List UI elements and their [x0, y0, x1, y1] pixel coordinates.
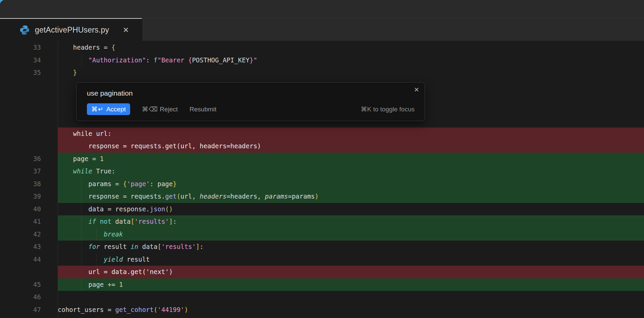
code-token: f	[154, 56, 157, 64]
code-text[interactable]: while url:	[58, 127, 644, 140]
code-text[interactable]: "Authorization": f"Bearer {POSTHOG_API_K…	[58, 54, 644, 67]
code-token: "Authorization"	[89, 56, 146, 64]
indent-guide	[81, 278, 82, 291]
line-number: 33	[0, 41, 58, 54]
code-line[interactable]: 33 headers = {	[0, 41, 644, 54]
code-token: '44199'	[157, 306, 184, 313]
code-token: )	[315, 193, 319, 200]
code-token: (	[154, 306, 157, 313]
code-line[interactable]: 41 if not data['results']:	[0, 215, 644, 228]
code-line[interactable]: 34 "Authorization": f"Bearer {POSTHOG_AP…	[0, 54, 644, 67]
popup-actions: ⌘↵ Accept ⌘⌫ Reject Resubmit ⌘K to toggl…	[87, 103, 415, 115]
code-text[interactable]: yield result	[58, 253, 644, 266]
code-line[interactable]: 45 page += 1	[0, 278, 644, 291]
code-token: data	[142, 243, 158, 250]
code-token: ,	[192, 193, 200, 200]
indent-guide	[81, 253, 82, 266]
line-number: 45	[0, 278, 58, 291]
code-token: (	[177, 193, 180, 200]
indent-guide	[81, 54, 82, 67]
code-token: =	[226, 193, 230, 200]
code-line[interactable]: 37 while True:	[0, 165, 644, 178]
resubmit-button[interactable]: Resubmit	[190, 106, 216, 113]
code-token: page	[157, 180, 173, 188]
reject-label: Reject	[160, 106, 178, 113]
indent-guide	[97, 253, 97, 266]
code-token: :	[200, 243, 203, 250]
code-token: url = data.get('next')	[58, 268, 173, 275]
tab-getactivephusers[interactable]: getActivePHUsers.py ✕	[0, 18, 142, 41]
code-text[interactable]: page += 1	[58, 278, 644, 291]
code-token: )	[184, 306, 188, 313]
code-text[interactable]: data = response.json()	[58, 203, 644, 216]
code-line[interactable]: 46	[0, 291, 644, 304]
code-line[interactable]: 44 yield result	[0, 253, 644, 266]
line-number: 34	[0, 54, 58, 67]
code-editor[interactable]: 33 headers = {34 "Authorization": f"Bear…	[0, 41, 644, 318]
code-token: if	[89, 218, 100, 225]
code-token: :	[150, 180, 158, 188]
code-token: ]	[169, 218, 173, 225]
code-token: params	[58, 180, 115, 188]
code-token: )	[169, 205, 173, 213]
code-text[interactable]: if not data['results']:	[58, 215, 644, 228]
code-token	[58, 218, 89, 225]
reject-button[interactable]: ⌘⌫ Reject	[142, 105, 178, 113]
line-number	[0, 127, 58, 140]
code-text[interactable]: response = requests.get(url, headers=hea…	[58, 190, 644, 203]
accept-label: Accept	[106, 106, 126, 113]
code-line[interactable]: 42 break	[0, 228, 644, 241]
close-icon[interactable]: ✕	[414, 86, 419, 94]
indent-guide	[81, 215, 82, 228]
code-token: params	[265, 193, 288, 200]
code-text[interactable]: while True:	[58, 165, 644, 178]
code-text[interactable]: }	[58, 66, 644, 79]
code-token: headers	[230, 193, 257, 200]
code-token: while	[73, 167, 96, 175]
titlebar	[0, 0, 644, 18]
screen: getActivePHUsers.py ✕ 33 headers = {34 "…	[0, 0, 644, 318]
code-text[interactable]: for result in data['results']:	[58, 241, 644, 253]
code-token: params	[292, 193, 315, 200]
tab-close-icon[interactable]: ✕	[123, 26, 129, 34]
code-token: cohort_users	[58, 306, 108, 313]
code-text[interactable]: response = requests.get(url, headers=hea…	[58, 140, 644, 153]
indent-guide	[81, 190, 82, 203]
accept-button[interactable]: ⌘↵ Accept	[87, 103, 130, 115]
code-line[interactable]: url = data.get('next')	[0, 266, 644, 278]
code-text[interactable]: page = 1	[58, 153, 644, 165]
code-text[interactable]: break	[58, 228, 644, 241]
code-token: response = requests.get(url, headers=hea…	[58, 142, 261, 150]
code-token: }	[173, 180, 176, 188]
code-token: page	[58, 155, 92, 162]
code-token: 'results'	[161, 243, 196, 250]
line-number: 40	[0, 203, 58, 216]
code-token: (	[165, 205, 169, 213]
code-token	[58, 69, 73, 76]
code-text[interactable]: headers = {	[58, 41, 644, 54]
line-number: 37	[0, 165, 58, 178]
code-token: response.	[115, 205, 150, 213]
indent-guide	[81, 241, 82, 253]
code-line[interactable]: 39 response = requests.get(url, headers=…	[0, 190, 644, 203]
code-text[interactable]	[58, 291, 644, 304]
line-number: 42	[0, 228, 58, 241]
code-token: 'results'	[135, 218, 169, 225]
prompt-text[interactable]: use pagination	[87, 89, 415, 97]
code-line[interactable]: response = requests.get(url, headers=hea…	[0, 140, 644, 153]
code-line[interactable]: while url:	[0, 127, 644, 140]
code-line[interactable]: 47cohort_users = get_cohort('44199')	[0, 304, 644, 316]
indent-guide	[97, 228, 97, 241]
code-line[interactable]: 38 params = {'page': page}	[0, 178, 644, 191]
code-line[interactable]: 43 for result in data['results']:	[0, 241, 644, 253]
line-number: 36	[0, 153, 58, 165]
indent-guide	[81, 203, 82, 216]
code-text[interactable]: cohort_users = get_cohort('44199')	[58, 304, 644, 316]
code-line[interactable]: 36 page = 1	[0, 153, 644, 165]
code-line[interactable]: 35 }	[0, 66, 644, 79]
code-token: =	[115, 180, 123, 188]
code-text[interactable]: url = data.get('next')	[58, 266, 644, 278]
code-line[interactable]: 40 data = response.json()	[0, 203, 644, 216]
tab-bar: getActivePHUsers.py ✕	[0, 18, 644, 41]
code-text[interactable]: params = {'page': page}	[58, 178, 644, 191]
